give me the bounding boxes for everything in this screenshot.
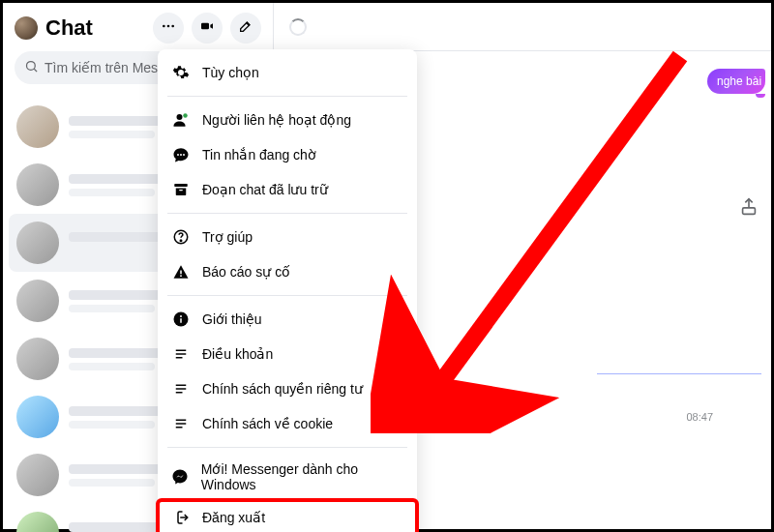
- options-menu: Tùy chọnNgười liên hệ hoạt độngTin nhắn …: [158, 49, 417, 532]
- avatar[interactable]: [15, 16, 38, 40]
- video-plus-icon: [199, 18, 215, 38]
- avatar: [16, 396, 59, 438]
- compose-icon: [238, 18, 253, 38]
- menu-item-label: Trợ giúp: [202, 229, 253, 245]
- svg-point-0: [163, 25, 165, 28]
- menu-item-label: Tin nhắn đang chờ: [202, 147, 316, 163]
- svg-point-10: [180, 154, 182, 156]
- menu-item-label: Đoạn chat đã lưu trữ: [202, 182, 328, 197]
- menu-item-label: Tùy chọn: [202, 65, 259, 80]
- lines-icon: [171, 379, 191, 399]
- svg-point-7: [177, 114, 183, 120]
- avatar: [16, 512, 59, 532]
- logout-icon: [171, 508, 191, 527]
- message-timestamp: 08:47: [686, 411, 713, 423]
- svg-rect-3: [201, 23, 209, 30]
- more-options-button[interactable]: [153, 13, 184, 44]
- messenger-icon: [171, 467, 190, 487]
- info-icon: [171, 310, 191, 329]
- thread-subtitle-placeholder: [69, 479, 155, 487]
- svg-rect-19: [180, 318, 182, 323]
- menu-item-label: Chính sách về cookie: [202, 416, 333, 431]
- avatar: [16, 163, 59, 206]
- menu-item-label: Báo cáo sự cố: [202, 264, 290, 280]
- svg-point-17: [180, 275, 182, 277]
- menu-item-message-requests[interactable]: Tin nhắn đang chờ: [158, 137, 417, 172]
- menu-item-archived-chats[interactable]: Đoạn chat đã lưu trữ: [158, 172, 417, 207]
- lines-icon: [171, 414, 191, 433]
- lines-icon: [171, 344, 191, 364]
- svg-rect-16: [180, 271, 182, 275]
- menu-item-terms[interactable]: Điều khoản: [158, 337, 417, 371]
- menu-item-about[interactable]: Giới thiệu: [158, 302, 417, 337]
- svg-point-11: [183, 154, 185, 156]
- svg-point-8: [183, 113, 188, 118]
- compose-button[interactable]: [230, 13, 261, 44]
- thread-subtitle-placeholder: [69, 189, 155, 196]
- warn-icon: [171, 262, 191, 281]
- sidebar-header: Chat: [3, 3, 273, 51]
- svg-point-4: [27, 61, 36, 70]
- menu-item-label: Mới! Messenger dành cho Windows: [201, 461, 403, 492]
- menu-item-label: Người liên hệ hoạt động: [202, 112, 351, 128]
- help-icon: [171, 227, 191, 247]
- share-icon: [738, 204, 759, 221]
- menu-item-label: Điều khoản: [202, 346, 273, 362]
- menu-item-cookie-policy[interactable]: Chính sách về cookie: [158, 406, 417, 441]
- search-icon: [24, 59, 45, 77]
- page-title: Chat: [45, 15, 153, 41]
- menu-item-preferences[interactable]: Tùy chọn: [158, 55, 417, 90]
- archive-icon: [171, 180, 191, 199]
- svg-point-15: [180, 240, 182, 242]
- ellipsis-icon: [161, 18, 176, 38]
- message-bubble-tail: [756, 94, 765, 98]
- menu-item-label: Giới thiệu: [202, 311, 262, 327]
- avatar: [16, 222, 59, 264]
- menu-item-logout[interactable]: Đăng xuất: [158, 500, 417, 532]
- header-buttons: [153, 13, 261, 44]
- svg-point-20: [180, 315, 182, 317]
- avatar: [16, 338, 59, 380]
- message-bubble[interactable]: nghe bài này: [707, 69, 765, 94]
- svg-point-2: [171, 25, 174, 28]
- svg-point-9: [177, 154, 179, 156]
- avatar: [16, 105, 59, 148]
- menu-item-privacy-policy[interactable]: Chính sách quyền riêng tư: [158, 371, 417, 406]
- thread-subtitle-placeholder: [69, 131, 155, 138]
- menu-separator: [167, 96, 407, 97]
- share-button[interactable]: [738, 196, 759, 218]
- thread-subtitle-placeholder: [69, 305, 155, 312]
- gear-icon: [171, 63, 191, 82]
- thread-subtitle-placeholder: [69, 421, 155, 429]
- app-frame: Chat: [0, 0, 774, 532]
- avatar: [16, 454, 59, 496]
- menu-item-label: Đăng xuất: [202, 510, 265, 525]
- menu-item-messenger-windows[interactable]: Mới! Messenger dành cho Windows: [158, 454, 417, 500]
- menu-item-label: Chính sách quyền riêng tư: [202, 381, 363, 397]
- divider: [597, 373, 761, 374]
- loading-spinner-icon: [289, 18, 307, 36]
- thread-subtitle-placeholder: [69, 247, 155, 254]
- chat-header: [274, 3, 771, 51]
- person-dot-icon: [171, 110, 191, 130]
- menu-separator: [167, 213, 407, 214]
- svg-line-5: [34, 69, 37, 72]
- new-video-button[interactable]: [192, 13, 223, 44]
- menu-item-report-problem[interactable]: Báo cáo sự cố: [158, 254, 417, 289]
- svg-point-1: [167, 25, 170, 28]
- menu-separator: [167, 295, 407, 296]
- thread-subtitle-placeholder: [69, 363, 155, 370]
- svg-rect-13: [179, 190, 183, 191]
- menu-separator: [167, 447, 407, 448]
- svg-rect-6: [743, 208, 756, 214]
- avatar: [16, 280, 59, 322]
- menu-item-active-contacts[interactable]: Người liên hệ hoạt động: [158, 103, 417, 137]
- chat-dots-icon: [171, 145, 191, 164]
- svg-rect-12: [174, 184, 188, 187]
- menu-item-help[interactable]: Trợ giúp: [158, 220, 417, 254]
